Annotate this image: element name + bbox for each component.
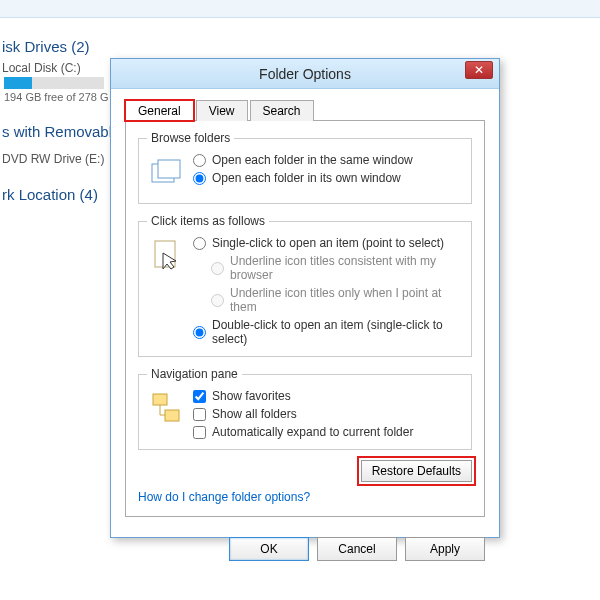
click-cursor-icon bbox=[147, 236, 187, 276]
check-auto-expand[interactable]: Automatically expand to current folder bbox=[193, 425, 463, 439]
check-show-all-folders[interactable]: Show all folders bbox=[193, 407, 463, 421]
restore-defaults-button[interactable]: Restore Defaults bbox=[361, 460, 472, 482]
tab-view[interactable]: View bbox=[196, 100, 248, 121]
tab-general[interactable]: General bbox=[125, 100, 194, 121]
radio-underline-browser: Underline icon titles consistent with my… bbox=[193, 254, 463, 282]
check-show-favorites[interactable]: Show favorites bbox=[193, 389, 463, 403]
background-band bbox=[0, 0, 600, 18]
tree-folders-icon bbox=[147, 389, 187, 429]
group-title-click: Click items as follows bbox=[147, 214, 269, 228]
tab-strip: General View Search bbox=[125, 99, 499, 120]
titlebar[interactable]: Folder Options ✕ bbox=[111, 59, 499, 89]
radio-underline-browser-label: Underline icon titles consistent with my… bbox=[230, 254, 463, 282]
radio-same-window-input[interactable] bbox=[193, 154, 206, 167]
check-auto-expand-label: Automatically expand to current folder bbox=[212, 425, 413, 439]
check-show-all-folders-input[interactable] bbox=[193, 408, 206, 421]
group-title-nav: Navigation pane bbox=[147, 367, 242, 381]
group-click-items: Click items as follows Single-click to o… bbox=[138, 214, 472, 357]
close-button[interactable]: ✕ bbox=[465, 61, 493, 79]
cancel-button[interactable]: Cancel bbox=[317, 537, 397, 561]
radio-same-window[interactable]: Open each folder in the same window bbox=[193, 153, 463, 167]
radio-own-window-input[interactable] bbox=[193, 172, 206, 185]
radio-underline-browser-input bbox=[211, 262, 224, 275]
radio-own-window[interactable]: Open each folder in its own window bbox=[193, 171, 463, 185]
drive-usage-fill bbox=[4, 77, 32, 89]
folder-options-dialog: Folder Options ✕ General View Search Bro… bbox=[110, 58, 500, 538]
radio-own-window-label: Open each folder in its own window bbox=[212, 171, 401, 185]
drive-usage-bar bbox=[4, 77, 104, 89]
check-show-favorites-input[interactable] bbox=[193, 390, 206, 403]
radio-single-click[interactable]: Single-click to open an item (point to s… bbox=[193, 236, 463, 250]
section-disk-drives[interactable]: isk Drives (2) bbox=[0, 38, 600, 55]
dialog-button-bar: OK Cancel Apply bbox=[111, 527, 499, 575]
radio-single-click-label: Single-click to open an item (point to s… bbox=[212, 236, 444, 250]
svg-rect-1 bbox=[158, 160, 180, 178]
radio-underline-point: Underline icon titles only when I point … bbox=[193, 286, 463, 314]
dialog-title: Folder Options bbox=[259, 66, 351, 82]
radio-double-click[interactable]: Double-click to open an item (single-cli… bbox=[193, 318, 463, 346]
close-icon: ✕ bbox=[474, 64, 484, 76]
radio-same-window-label: Open each folder in the same window bbox=[212, 153, 413, 167]
group-browse-folders: Browse folders Open each folder in the s… bbox=[138, 131, 472, 204]
ok-button[interactable]: OK bbox=[229, 537, 309, 561]
radio-single-click-input[interactable] bbox=[193, 237, 206, 250]
group-title-browse: Browse folders bbox=[147, 131, 234, 145]
radio-double-click-input[interactable] bbox=[193, 326, 206, 339]
radio-underline-point-label: Underline icon titles only when I point … bbox=[230, 286, 463, 314]
tab-panel-general: Browse folders Open each folder in the s… bbox=[125, 120, 485, 517]
check-show-favorites-label: Show favorites bbox=[212, 389, 291, 403]
check-auto-expand-input[interactable] bbox=[193, 426, 206, 439]
help-link[interactable]: How do I change folder options? bbox=[138, 490, 310, 504]
svg-rect-5 bbox=[165, 410, 179, 421]
radio-double-click-label: Double-click to open an item (single-cli… bbox=[212, 318, 463, 346]
folders-cascade-icon bbox=[147, 153, 187, 193]
group-nav-pane: Navigation pane Show favorites Show all … bbox=[138, 367, 472, 450]
check-show-all-folders-label: Show all folders bbox=[212, 407, 297, 421]
radio-underline-point-input bbox=[211, 294, 224, 307]
svg-rect-4 bbox=[153, 394, 167, 405]
apply-button[interactable]: Apply bbox=[405, 537, 485, 561]
tab-search[interactable]: Search bbox=[250, 100, 314, 121]
